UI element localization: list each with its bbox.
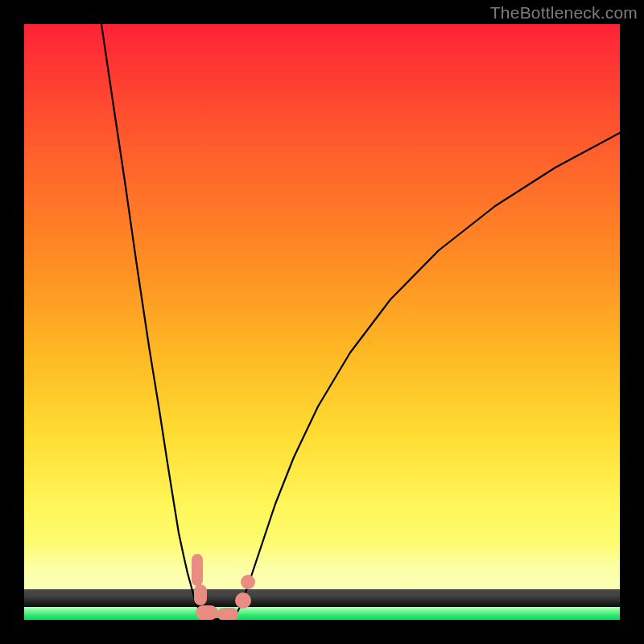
plot-area: [24, 24, 620, 620]
green-band: [24, 607, 620, 620]
watermark-text: TheBottleneck.com: [490, 3, 638, 23]
chart-frame: TheBottleneck.com: [0, 0, 644, 644]
gradient-background: [24, 24, 620, 589]
svg-point-5: [235, 592, 251, 609]
